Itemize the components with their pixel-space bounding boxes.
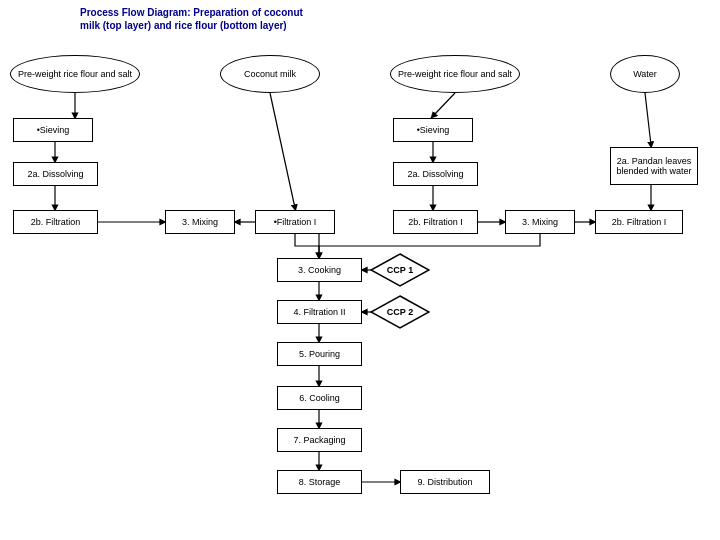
box-sieve1: •Sieving [13,118,93,142]
svg-line-12 [645,93,651,145]
diagram-title: Process Flow Diagram: Preparation of coc… [80,6,303,32]
box-packaging: 7. Packaging [277,428,362,452]
ellipse-preweight2: Pre-weight rice flour and salt [390,55,520,93]
svg-line-4 [270,93,295,208]
ellipse-coconutmilk: Coconut milk [220,55,320,93]
box-mix2: 3. Mixing [505,210,575,234]
diamond-ccp1: CCP 1 [370,253,430,287]
box-distribution: 9. Distribution [400,470,490,494]
box-dissolve2: 2a. Dissolving [393,162,478,186]
box-filtrationII: 4. Filtration II [277,300,362,324]
box-storage: 8. Storage [277,470,362,494]
box-filter2a: 2b. Filtration I [393,210,478,234]
box-cooking: 3. Cooking [277,258,362,282]
box-sieve2: •Sieving [393,118,473,142]
svg-line-7 [433,93,455,116]
box-filter2b: 2b. Filtration I [595,210,683,234]
box-pandan: 2a. Pandan leaves blended with water [610,147,698,185]
box-mix1: 3. Mixing [165,210,235,234]
box-filtI: •Filtration I [255,210,335,234]
diagram: Process Flow Diagram: Preparation of coc… [0,0,720,540]
ellipse-preweight1: Pre-weight rice flour and salt [10,55,140,93]
box-pouring: 5. Pouring [277,342,362,366]
box-cooling: 6. Cooling [277,386,362,410]
ellipse-water: Water [610,55,680,93]
box-filter1: 2b. Filtration [13,210,98,234]
diamond-ccp2: CCP 2 [370,295,430,329]
box-dissolve1: 2a. Dissolving [13,162,98,186]
